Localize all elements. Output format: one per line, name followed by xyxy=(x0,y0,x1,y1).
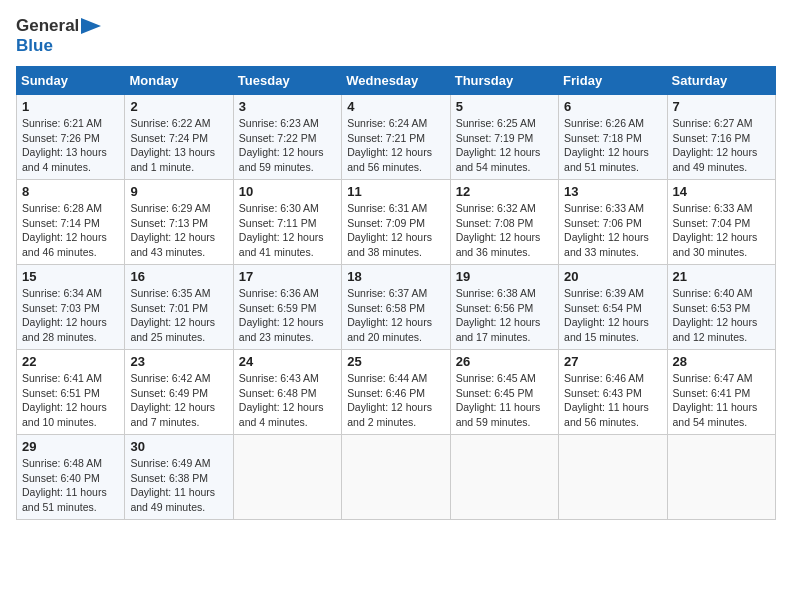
calendar-cell: 14Sunrise: 6:33 AMSunset: 7:04 PMDayligh… xyxy=(667,180,775,265)
day-detail: Sunrise: 6:35 AMSunset: 7:01 PMDaylight:… xyxy=(130,286,227,345)
weekday-header-friday: Friday xyxy=(559,67,667,95)
day-detail: Sunrise: 6:27 AMSunset: 7:16 PMDaylight:… xyxy=(673,116,770,175)
calendar-week-row: 8Sunrise: 6:28 AMSunset: 7:14 PMDaylight… xyxy=(17,180,776,265)
calendar-cell: 2Sunrise: 6:22 AMSunset: 7:24 PMDaylight… xyxy=(125,95,233,180)
day-number: 10 xyxy=(239,184,336,199)
day-detail: Sunrise: 6:30 AMSunset: 7:11 PMDaylight:… xyxy=(239,201,336,260)
day-detail: Sunrise: 6:42 AMSunset: 6:49 PMDaylight:… xyxy=(130,371,227,430)
day-detail: Sunrise: 6:46 AMSunset: 6:43 PMDaylight:… xyxy=(564,371,661,430)
calendar-cell: 28Sunrise: 6:47 AMSunset: 6:41 PMDayligh… xyxy=(667,350,775,435)
logo-general: General xyxy=(16,16,79,36)
calendar-cell: 8Sunrise: 6:28 AMSunset: 7:14 PMDaylight… xyxy=(17,180,125,265)
weekday-header-thursday: Thursday xyxy=(450,67,558,95)
day-detail: Sunrise: 6:45 AMSunset: 6:45 PMDaylight:… xyxy=(456,371,553,430)
calendar-cell: 29Sunrise: 6:48 AMSunset: 6:40 PMDayligh… xyxy=(17,435,125,520)
calendar-cell: 15Sunrise: 6:34 AMSunset: 7:03 PMDayligh… xyxy=(17,265,125,350)
day-detail: Sunrise: 6:33 AMSunset: 7:06 PMDaylight:… xyxy=(564,201,661,260)
calendar-week-row: 1Sunrise: 6:21 AMSunset: 7:26 PMDaylight… xyxy=(17,95,776,180)
day-detail: Sunrise: 6:25 AMSunset: 7:19 PMDaylight:… xyxy=(456,116,553,175)
day-detail: Sunrise: 6:47 AMSunset: 6:41 PMDaylight:… xyxy=(673,371,770,430)
day-number: 5 xyxy=(456,99,553,114)
day-detail: Sunrise: 6:33 AMSunset: 7:04 PMDaylight:… xyxy=(673,201,770,260)
day-detail: Sunrise: 6:37 AMSunset: 6:58 PMDaylight:… xyxy=(347,286,444,345)
day-number: 3 xyxy=(239,99,336,114)
day-number: 23 xyxy=(130,354,227,369)
weekday-header-sunday: Sunday xyxy=(17,67,125,95)
calendar-cell: 24Sunrise: 6:43 AMSunset: 6:48 PMDayligh… xyxy=(233,350,341,435)
calendar-cell: 18Sunrise: 6:37 AMSunset: 6:58 PMDayligh… xyxy=(342,265,450,350)
weekday-header-wednesday: Wednesday xyxy=(342,67,450,95)
calendar-cell xyxy=(450,435,558,520)
day-detail: Sunrise: 6:23 AMSunset: 7:22 PMDaylight:… xyxy=(239,116,336,175)
calendar-cell: 4Sunrise: 6:24 AMSunset: 7:21 PMDaylight… xyxy=(342,95,450,180)
weekday-header-tuesday: Tuesday xyxy=(233,67,341,95)
day-detail: Sunrise: 6:36 AMSunset: 6:59 PMDaylight:… xyxy=(239,286,336,345)
calendar-cell: 5Sunrise: 6:25 AMSunset: 7:19 PMDaylight… xyxy=(450,95,558,180)
calendar-cell: 20Sunrise: 6:39 AMSunset: 6:54 PMDayligh… xyxy=(559,265,667,350)
weekday-header-row: SundayMondayTuesdayWednesdayThursdayFrid… xyxy=(17,67,776,95)
header: General Blue xyxy=(16,16,776,56)
calendar-cell: 21Sunrise: 6:40 AMSunset: 6:53 PMDayligh… xyxy=(667,265,775,350)
calendar-cell: 13Sunrise: 6:33 AMSunset: 7:06 PMDayligh… xyxy=(559,180,667,265)
day-number: 13 xyxy=(564,184,661,199)
calendar-cell: 25Sunrise: 6:44 AMSunset: 6:46 PMDayligh… xyxy=(342,350,450,435)
day-detail: Sunrise: 6:49 AMSunset: 6:38 PMDaylight:… xyxy=(130,456,227,515)
day-detail: Sunrise: 6:32 AMSunset: 7:08 PMDaylight:… xyxy=(456,201,553,260)
calendar-cell: 27Sunrise: 6:46 AMSunset: 6:43 PMDayligh… xyxy=(559,350,667,435)
calendar-week-row: 22Sunrise: 6:41 AMSunset: 6:51 PMDayligh… xyxy=(17,350,776,435)
day-number: 2 xyxy=(130,99,227,114)
day-detail: Sunrise: 6:22 AMSunset: 7:24 PMDaylight:… xyxy=(130,116,227,175)
day-detail: Sunrise: 6:39 AMSunset: 6:54 PMDaylight:… xyxy=(564,286,661,345)
day-detail: Sunrise: 6:43 AMSunset: 6:48 PMDaylight:… xyxy=(239,371,336,430)
day-number: 1 xyxy=(22,99,119,114)
day-number: 28 xyxy=(673,354,770,369)
logo-arrow-icon xyxy=(81,18,101,34)
calendar-cell: 6Sunrise: 6:26 AMSunset: 7:18 PMDaylight… xyxy=(559,95,667,180)
day-number: 17 xyxy=(239,269,336,284)
calendar-cell: 3Sunrise: 6:23 AMSunset: 7:22 PMDaylight… xyxy=(233,95,341,180)
day-number: 9 xyxy=(130,184,227,199)
calendar-cell: 23Sunrise: 6:42 AMSunset: 6:49 PMDayligh… xyxy=(125,350,233,435)
day-number: 25 xyxy=(347,354,444,369)
day-detail: Sunrise: 6:24 AMSunset: 7:21 PMDaylight:… xyxy=(347,116,444,175)
calendar-week-row: 29Sunrise: 6:48 AMSunset: 6:40 PMDayligh… xyxy=(17,435,776,520)
day-detail: Sunrise: 6:44 AMSunset: 6:46 PMDaylight:… xyxy=(347,371,444,430)
calendar-cell: 11Sunrise: 6:31 AMSunset: 7:09 PMDayligh… xyxy=(342,180,450,265)
day-number: 21 xyxy=(673,269,770,284)
calendar-cell: 12Sunrise: 6:32 AMSunset: 7:08 PMDayligh… xyxy=(450,180,558,265)
day-number: 30 xyxy=(130,439,227,454)
day-detail: Sunrise: 6:21 AMSunset: 7:26 PMDaylight:… xyxy=(22,116,119,175)
calendar-cell: 26Sunrise: 6:45 AMSunset: 6:45 PMDayligh… xyxy=(450,350,558,435)
day-number: 26 xyxy=(456,354,553,369)
day-detail: Sunrise: 6:41 AMSunset: 6:51 PMDaylight:… xyxy=(22,371,119,430)
day-number: 16 xyxy=(130,269,227,284)
calendar-cell: 16Sunrise: 6:35 AMSunset: 7:01 PMDayligh… xyxy=(125,265,233,350)
calendar-cell: 30Sunrise: 6:49 AMSunset: 6:38 PMDayligh… xyxy=(125,435,233,520)
day-number: 15 xyxy=(22,269,119,284)
logo: General Blue xyxy=(16,16,101,56)
day-number: 18 xyxy=(347,269,444,284)
day-number: 6 xyxy=(564,99,661,114)
day-number: 8 xyxy=(22,184,119,199)
calendar-cell: 19Sunrise: 6:38 AMSunset: 6:56 PMDayligh… xyxy=(450,265,558,350)
calendar-cell: 1Sunrise: 6:21 AMSunset: 7:26 PMDaylight… xyxy=(17,95,125,180)
day-number: 22 xyxy=(22,354,119,369)
day-number: 11 xyxy=(347,184,444,199)
day-number: 29 xyxy=(22,439,119,454)
calendar-cell: 10Sunrise: 6:30 AMSunset: 7:11 PMDayligh… xyxy=(233,180,341,265)
day-number: 14 xyxy=(673,184,770,199)
day-number: 20 xyxy=(564,269,661,284)
day-number: 24 xyxy=(239,354,336,369)
day-detail: Sunrise: 6:40 AMSunset: 6:53 PMDaylight:… xyxy=(673,286,770,345)
day-detail: Sunrise: 6:38 AMSunset: 6:56 PMDaylight:… xyxy=(456,286,553,345)
weekday-header-monday: Monday xyxy=(125,67,233,95)
svg-marker-0 xyxy=(81,18,101,34)
calendar-cell xyxy=(342,435,450,520)
day-number: 19 xyxy=(456,269,553,284)
day-detail: Sunrise: 6:26 AMSunset: 7:18 PMDaylight:… xyxy=(564,116,661,175)
day-number: 27 xyxy=(564,354,661,369)
calendar-cell: 7Sunrise: 6:27 AMSunset: 7:16 PMDaylight… xyxy=(667,95,775,180)
logo-blue: Blue xyxy=(16,36,53,56)
weekday-header-saturday: Saturday xyxy=(667,67,775,95)
day-detail: Sunrise: 6:29 AMSunset: 7:13 PMDaylight:… xyxy=(130,201,227,260)
